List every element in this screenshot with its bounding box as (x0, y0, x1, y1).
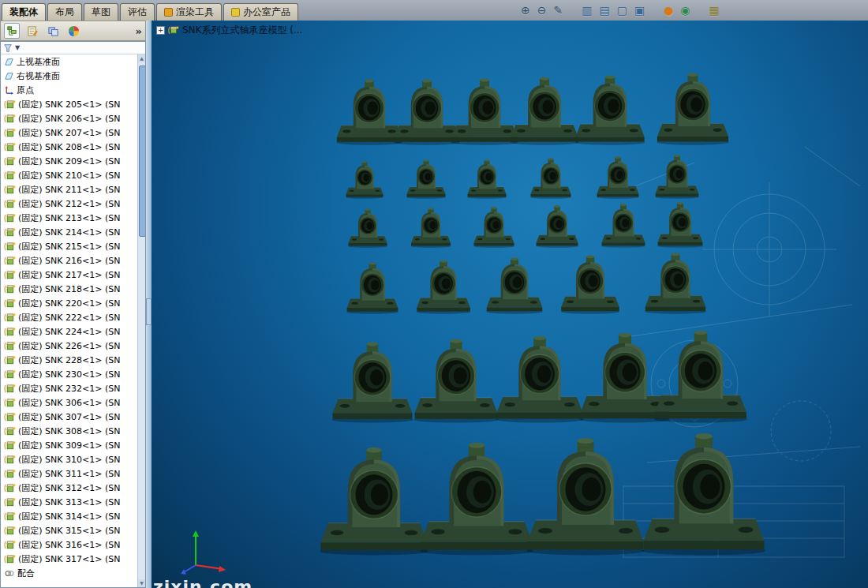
tree-item-component[interactable]: (固定) SNK 215<1> (SN (1, 239, 138, 253)
tree-item-component[interactable]: (固定) SNK 210<1> (SN (1, 168, 138, 182)
bearing-model[interactable] (654, 331, 747, 423)
propertymanager-tab[interactable] (24, 23, 40, 39)
section-view-icon[interactable]: ▥ (582, 1, 592, 20)
tree-item-component[interactable]: (固定) SNK 211<1> (SN (1, 182, 138, 197)
displaymanager-tab[interactable] (65, 23, 81, 39)
bearing-model[interactable] (601, 204, 645, 247)
bearing-model[interactable] (406, 159, 446, 199)
component-preview-icon[interactable]: ▢ (617, 1, 627, 20)
bearing-model[interactable] (645, 253, 706, 313)
tree-item-component[interactable]: (固定) SNK 222<1> (SN (1, 310, 138, 324)
tree-item-component[interactable]: (固定) SNK 216<1> (SN (1, 253, 138, 268)
zoom-out-icon[interactable]: ⊖ (537, 1, 547, 20)
tree-item-component[interactable]: (固定) SNK 306<1> (SN (1, 395, 138, 410)
tree-item-plane[interactable]: 上视基准面 (1, 54, 138, 69)
tree-expand-icon[interactable]: + (156, 26, 165, 35)
tree-item-component[interactable]: (固定) SNK 226<1> (SN (1, 339, 138, 353)
scroll-up-arrow[interactable]: ▲ (138, 54, 145, 62)
tree-item-component[interactable]: (固定) SNK 314<1> (SN (1, 509, 138, 523)
graphics-viewport[interactable]: + SNK系列立式轴承座模型 (... zixin.com (152, 21, 868, 588)
bearing-model[interactable] (486, 257, 543, 313)
tree-item-component[interactable]: (固定) SNK 206<1> (SN (1, 111, 138, 125)
scrollbar-thumb[interactable] (139, 66, 146, 237)
tree-item-component[interactable]: (固定) SNK 232<1> (SN (1, 381, 138, 395)
bearing-model[interactable] (655, 155, 699, 198)
tree-item-component[interactable]: (固定) SNK 311<1> (SN (1, 466, 138, 481)
command-tab-3[interactable]: 草图 (84, 3, 118, 21)
command-tab-2[interactable]: 布局 (47, 3, 82, 21)
panel-splitter[interactable] (146, 21, 152, 588)
tree-item-component[interactable]: (固定) SNK 315<1> (SN (1, 523, 138, 537)
tree-item-component[interactable]: (固定) SNK 218<1> (SN (1, 282, 138, 296)
tree-item-component[interactable]: (固定) SNK 310<1> (SN (1, 452, 138, 466)
tree-item-mates[interactable]: 配合 (1, 566, 138, 580)
render-settings-icon[interactable]: ◉ (680, 1, 690, 20)
tree-item-component[interactable]: (固定) SNK 317<1> (SN (1, 552, 138, 566)
measure-icon[interactable]: ✎ (553, 1, 563, 20)
tree-item-label: (固定) SNK 216<1> (SN (18, 255, 120, 267)
tree-item-component[interactable]: (固定) SNK 228<1> (SN (1, 353, 138, 367)
bearing-model[interactable] (657, 202, 703, 247)
tree-item-component[interactable]: (固定) SNK 224<1> (SN (1, 324, 138, 339)
bearing-model[interactable] (332, 343, 413, 423)
bearing-model[interactable] (467, 159, 507, 199)
zoom-in-icon[interactable]: ⊕ (521, 1, 530, 20)
bearing-model[interactable] (575, 76, 645, 145)
bearing-model[interactable] (511, 77, 579, 145)
view-settings-icon[interactable]: ▤ (599, 1, 609, 20)
bearing-model[interactable] (536, 205, 578, 247)
bearing-model[interactable] (348, 208, 387, 248)
bearing-model[interactable] (420, 443, 533, 556)
tree-item-component[interactable]: (固定) SNK 212<1> (SN (1, 197, 138, 211)
render-image-icon[interactable]: ▦ (709, 1, 720, 20)
bearing-model[interactable] (473, 207, 514, 247)
splitter-handle[interactable] (146, 298, 152, 325)
tree-item-component[interactable]: (固定) SNK 230<1> (SN (1, 367, 138, 381)
tree-item-component[interactable]: (固定) SNK 213<1> (SN (1, 211, 138, 225)
tree-scrollbar[interactable]: ▲ ▼ (137, 54, 145, 587)
bearing-model[interactable] (561, 255, 620, 313)
tree-item-component[interactable]: (固定) SNK 313<1> (SN (1, 495, 138, 509)
bearing-model[interactable] (414, 339, 499, 423)
scroll-down-arrow[interactable]: ▼ (138, 579, 145, 587)
bearing-model[interactable] (320, 448, 428, 556)
command-tab-1[interactable]: 装配体 (2, 3, 46, 21)
bearing-model[interactable] (597, 156, 639, 198)
bearing-model[interactable] (451, 79, 518, 145)
tree-item-component[interactable]: (固定) SNK 205<1> (SN (1, 97, 138, 111)
tree-item-component[interactable]: (固定) SNK 214<1> (SN (1, 225, 138, 239)
bearing-model[interactable] (496, 336, 584, 423)
bearing-model[interactable] (346, 262, 398, 313)
tree-item-component[interactable]: (固定) SNK 316<1> (SN (1, 537, 138, 552)
tree-filter-row[interactable]: ▼ (1, 42, 145, 54)
bearing-model[interactable] (336, 80, 402, 145)
featuremanager-tab[interactable] (4, 23, 20, 39)
render-sphere-icon[interactable]: ● (664, 1, 673, 20)
tree-item-component[interactable]: (固定) SNK 308<1> (SN (1, 424, 138, 438)
command-tab-6[interactable]: 办公室产品 (223, 3, 298, 21)
bearing-model[interactable] (530, 158, 571, 198)
tree-item-component[interactable]: (固定) SNK 309<1> (SN (1, 438, 138, 452)
tree-item-component[interactable]: (固定) SNK 312<1> (SN (1, 481, 138, 495)
bearing-model[interactable] (411, 208, 451, 247)
bearing-model[interactable] (417, 260, 471, 313)
tree-item-component[interactable]: (固定) SNK 208<1> (SN (1, 140, 138, 154)
command-tab-4[interactable]: 评估 (120, 3, 155, 21)
bearing-model[interactable] (642, 433, 765, 555)
bearing-model[interactable] (346, 161, 383, 199)
tree-item-component[interactable]: (固定) SNK 220<1> (SN (1, 296, 138, 310)
command-tab-5[interactable]: 渲染工具 (156, 3, 222, 21)
panel-expand-button[interactable]: » (136, 25, 142, 37)
bearing-model[interactable] (526, 438, 645, 556)
bearing-model[interactable] (657, 73, 729, 145)
tree-item-component[interactable]: (固定) SNK 207<1> (SN (1, 125, 138, 140)
tree-item-component[interactable]: (固定) SNK 217<1> (SN (1, 268, 138, 282)
configurationmanager-tab[interactable] (45, 23, 61, 39)
tree-item-component[interactable]: (固定) SNK 307<1> (SN (1, 410, 138, 424)
tree-item-component[interactable]: (固定) SNK 209<1> (SN (1, 154, 138, 168)
bearing-model[interactable] (394, 80, 460, 145)
tree-item-origin[interactable]: 原点 (1, 83, 138, 97)
assembly-root-node[interactable]: + SNK系列立式轴承座模型 (... (156, 24, 302, 37)
copy-settings-icon[interactable]: ▣ (634, 1, 645, 20)
tree-item-plane[interactable]: 右视基准面 (1, 69, 138, 83)
